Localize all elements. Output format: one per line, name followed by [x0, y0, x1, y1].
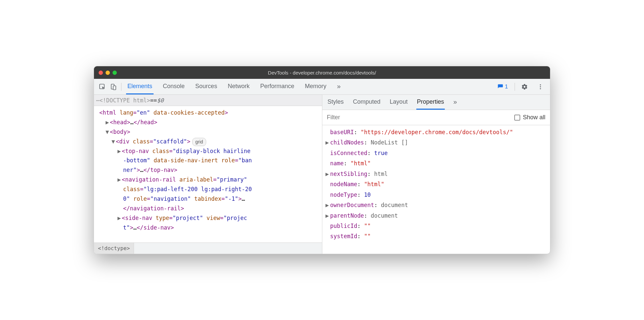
subtab-computed[interactable]: Computed	[352, 95, 381, 110]
sidebar-panel: Styles Computed Layout Properties » Show…	[322, 95, 550, 254]
tab-sources[interactable]: Sources	[194, 79, 218, 94]
property-row[interactable]: nodeName: "html"	[326, 179, 547, 189]
svg-point-5	[540, 88, 541, 89]
breadcrumb-ellipsis: ⋯	[96, 97, 99, 104]
expand-icon[interactable]: ▶	[105, 118, 109, 127]
property-row[interactable]: nodeType: 10	[326, 190, 547, 200]
dom-node-body[interactable]: ▼<body>	[96, 127, 322, 137]
expand-icon[interactable]	[326, 231, 330, 241]
collapse-icon[interactable]: ▼	[105, 127, 109, 137]
subtab-layout[interactable]: Layout	[389, 95, 408, 110]
expand-icon[interactable]: ▶	[117, 175, 121, 185]
expand-icon[interactable]	[326, 179, 330, 189]
filter-bar: Show all	[322, 110, 550, 125]
expand-icon[interactable]: ▶	[326, 200, 330, 210]
expand-icon[interactable]: ▶	[326, 169, 330, 179]
dom-node-navrail[interactable]: ▶<navigation-rail aria-label="primary"	[96, 175, 322, 185]
property-name: publicId	[330, 223, 357, 229]
selection-cursor: $0	[157, 97, 163, 104]
dom-node-scaffold[interactable]: ▼<div class="scaffold">grid	[96, 137, 322, 146]
content: ⋯ <!DOCTYPE html> == $0 <html lang="en" …	[94, 95, 550, 254]
svg-rect-2	[113, 86, 116, 90]
expand-icon[interactable]: ▶	[117, 213, 121, 223]
property-value: html	[374, 171, 388, 177]
collapse-icon[interactable]: ▼	[111, 137, 115, 146]
sidebar-tabs: Styles Computed Layout Properties »	[322, 95, 550, 110]
layout-badge-grid[interactable]: grid	[192, 138, 206, 146]
property-row[interactable]: ▶parentNode: document	[326, 211, 547, 221]
dom-tree[interactable]: <html lang="en" data-cookies-accepted> ▶…	[94, 106, 322, 242]
expand-icon[interactable]	[326, 158, 330, 169]
issues-badge[interactable]: 1	[495, 83, 510, 91]
dom-node-head[interactable]: ▶<head>…</head>	[96, 118, 322, 127]
property-row[interactable]: baseURI: "https://developer.chrome.com/d…	[326, 127, 547, 137]
breadcrumb-doctype[interactable]: <!doctype>	[94, 243, 134, 254]
property-row[interactable]: systemId: ""	[326, 231, 547, 241]
dom-node-navrail-cont[interactable]: class="lg:pad-left-200 lg:pad-right-20	[96, 185, 322, 194]
more-menu-icon[interactable]	[535, 82, 545, 92]
selected-doctype: <!DOCTYPE html>	[99, 97, 150, 104]
subtabs-overflow-icon[interactable]: »	[453, 95, 458, 110]
property-row[interactable]: isConnected: true	[326, 148, 547, 158]
property-name: parentNode	[330, 212, 364, 219]
tab-network[interactable]: Network	[226, 79, 251, 94]
property-name: nodeType	[330, 191, 357, 198]
property-name: ownerDocument	[330, 202, 374, 208]
property-row[interactable]: ▶childNodes: NodeList []	[326, 137, 547, 148]
dom-node-sidenav[interactable]: ▶<side-nav type="project" view="projec	[96, 213, 322, 223]
tab-console[interactable]: Console	[161, 79, 186, 94]
properties-list[interactable]: baseURI: "https://developer.chrome.com/d…	[322, 125, 550, 254]
property-row[interactable]: ▶ownerDocument: document	[326, 200, 547, 210]
dom-node-html[interactable]: <html lang="en" data-cookies-accepted>	[96, 108, 322, 118]
devtools-window: DevTools - developer.chrome.com/docs/dev…	[94, 66, 550, 254]
property-value: "https://developer.chrome.com/docs/devto…	[361, 129, 513, 135]
device-toolbar-icon[interactable]	[109, 82, 118, 92]
subtab-properties[interactable]: Properties	[416, 95, 445, 110]
property-value: document	[371, 212, 398, 219]
property-value: NodeList []	[371, 139, 408, 146]
tab-elements[interactable]: Elements	[126, 79, 154, 94]
property-name: name	[330, 160, 344, 167]
expand-icon[interactable]: ▶	[326, 137, 330, 148]
main-toolbar: Elements Console Sources Network Perform…	[94, 79, 550, 95]
window-title: DevTools - developer.chrome.com/docs/dev…	[94, 70, 550, 76]
property-row[interactable]: name: "html"	[326, 158, 547, 169]
expand-icon[interactable]	[326, 127, 330, 137]
subtab-styles[interactable]: Styles	[327, 95, 345, 110]
main-tabs: Elements Console Sources Network Perform…	[124, 79, 342, 94]
inspect-element-icon[interactable]	[97, 82, 107, 92]
dom-selection-bar: ⋯ <!DOCTYPE html> == $0	[94, 95, 322, 106]
property-name: baseURI	[330, 129, 354, 135]
property-value: 10	[364, 191, 371, 198]
property-value: true	[374, 150, 388, 156]
toolbar-separator	[121, 83, 121, 91]
toolbar-separator	[515, 83, 515, 91]
property-value: document	[381, 202, 408, 208]
property-row[interactable]: ▶nextSibling: html	[326, 169, 547, 179]
issues-count: 1	[505, 83, 508, 90]
property-value: ""	[364, 233, 371, 240]
dom-node-topnav-cont[interactable]: -bottom" data-side-nav-inert role="ban	[96, 156, 322, 165]
expand-icon[interactable]	[326, 148, 330, 158]
settings-gear-icon[interactable]	[520, 82, 529, 92]
tab-performance[interactable]: Performance	[259, 79, 296, 94]
tab-memory[interactable]: Memory	[303, 79, 328, 94]
dom-node-navrail-close[interactable]: </navigation-rail>	[96, 204, 322, 213]
dom-node-topnav[interactable]: ▶<top-nav class="display-block hairline	[96, 146, 322, 156]
show-all-checkbox[interactable]	[514, 115, 520, 121]
expand-icon[interactable]	[326, 221, 330, 231]
dom-node-navrail-cont2[interactable]: 0" role="navigation" tabindex="-1">…	[96, 194, 322, 204]
dom-node-sidenav-cont[interactable]: t">…</side-nav>	[96, 223, 322, 233]
filter-input[interactable]	[327, 114, 514, 121]
expand-icon[interactable]: ▶	[117, 146, 121, 156]
selection-eq: ==	[150, 97, 157, 104]
svg-point-3	[540, 84, 541, 85]
tabs-overflow-icon[interactable]: »	[336, 79, 342, 94]
property-row[interactable]: publicId: ""	[326, 221, 547, 231]
expand-icon[interactable]	[326, 190, 330, 200]
svg-point-4	[540, 86, 541, 87]
dom-node-topnav-cont2[interactable]: ner">…</top-nav>	[96, 165, 322, 175]
titlebar: DevTools - developer.chrome.com/docs/dev…	[94, 66, 550, 79]
expand-icon[interactable]: ▶	[326, 211, 330, 221]
property-name: childNodes	[330, 139, 364, 146]
